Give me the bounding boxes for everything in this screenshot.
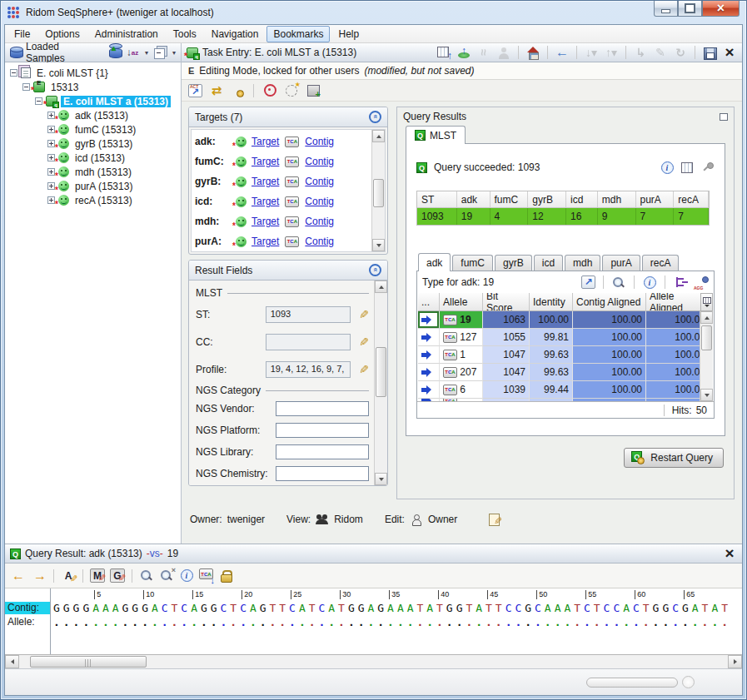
menu-help[interactable]: Help <box>331 26 366 42</box>
zoom-off-icon[interactable]: × <box>159 568 174 583</box>
expand-icon[interactable] <box>47 182 55 190</box>
target-link[interactable]: Target <box>251 196 279 207</box>
st-column-header[interactable]: fumC <box>491 191 529 208</box>
close-button[interactable] <box>702 1 740 17</box>
expand-icon[interactable] <box>47 126 55 133</box>
resubmit-icon[interactable] <box>209 83 224 97</box>
scroll-up-icon[interactable] <box>375 280 387 293</box>
st-column-header[interactable]: mdh <box>598 191 636 208</box>
contig-link[interactable]: Contig <box>305 216 334 227</box>
export-act-icon[interactable] <box>188 84 202 97</box>
add-image-icon[interactable] <box>306 83 321 97</box>
home-icon[interactable] <box>525 46 540 60</box>
sort-caret-icon[interactable]: ▾ <box>145 49 148 57</box>
tree-item[interactable]: *qE. coli MLST a (15313) <box>5 94 181 108</box>
gene-tab-mdh[interactable]: mdh <box>565 255 600 271</box>
gene-tab-fumC[interactable]: fumC <box>452 255 493 271</box>
allele-column-header[interactable]: Identity <box>530 293 573 311</box>
contig-link[interactable]: Contig <box>305 136 334 147</box>
close-icon[interactable] <box>722 46 737 60</box>
edit-pencil-icon[interactable]: ✎ <box>359 363 369 376</box>
tree-item[interactable]: *15313 <box>5 80 181 94</box>
branch-icon[interactable] <box>673 276 688 290</box>
allele-row[interactable]: TCA 207104799.63100.00100.00 <box>418 364 713 381</box>
expand-icon[interactable] <box>47 112 55 119</box>
gene-tab-purA[interactable]: purA <box>602 255 640 271</box>
gene-tab-gyrB[interactable]: gyrB <box>495 255 532 271</box>
target-link[interactable]: Target <box>251 216 279 227</box>
table-view-icon[interactable] <box>681 162 693 173</box>
target-scan-icon[interactable] <box>262 83 277 97</box>
tree-item[interactable]: *purA (15313) <box>5 179 181 193</box>
st-column-header[interactable]: ST <box>417 191 457 208</box>
st-column-header[interactable]: icd <box>566 191 598 208</box>
menu-file[interactable]: File <box>7 26 37 42</box>
tree-item[interactable]: *gyrB (15313) <box>5 137 181 151</box>
allele-row[interactable]: TCA 1104799.63100.00100.00 <box>418 346 713 364</box>
menu-options[interactable]: Options <box>38 26 86 42</box>
target-link[interactable]: Target <box>251 176 279 187</box>
minimize-button[interactable] <box>654 1 678 17</box>
allele-row[interactable]: TCA 191063100.00100.00100.00 <box>418 311 713 329</box>
gene-tab-icd[interactable]: icd <box>534 255 563 271</box>
allele-column-header[interactable]: Contig Aligned <box>573 293 646 311</box>
field-value-box[interactable] <box>266 334 351 350</box>
st-column-header[interactable]: gyrB <box>528 191 566 208</box>
sort-az-icon[interactable] <box>125 46 140 60</box>
target-link[interactable]: Target <box>251 136 279 147</box>
gene-tab-recA[interactable]: recA <box>642 255 680 271</box>
target-link[interactable]: Target <box>251 156 279 167</box>
alignment-hscrollbar[interactable] <box>5 654 742 668</box>
tree-item[interactable]: *recA (15313) <box>5 193 181 207</box>
allele-column-header[interactable]: Allele <box>440 293 483 311</box>
collapse-targets-icon[interactable] <box>369 111 381 123</box>
expand-icon[interactable] <box>47 154 55 161</box>
pin-icon[interactable] <box>700 161 715 175</box>
export-icon[interactable] <box>581 276 595 289</box>
zoom-icon[interactable] <box>139 568 154 583</box>
query-settings-icon[interactable] <box>231 84 245 97</box>
back-icon[interactable] <box>555 46 570 60</box>
collapse-caret-icon[interactable]: ▾ <box>172 49 176 57</box>
targets-scrollbar[interactable] <box>371 130 385 251</box>
expand-icon[interactable] <box>47 168 55 176</box>
contig-link[interactable]: Contig <box>305 236 334 247</box>
info-icon[interactable] <box>642 276 657 290</box>
menu-administration[interactable]: Administration <box>88 26 165 42</box>
mutation-icon[interactable] <box>90 568 105 583</box>
allele-column-header[interactable]: ... <box>418 293 440 311</box>
field-input[interactable] <box>276 401 369 416</box>
edit-pencil-icon[interactable]: ✎ <box>359 335 369 349</box>
upload-samples-icon[interactable] <box>109 47 121 58</box>
allele-scrollbar[interactable] <box>700 311 713 401</box>
collapse-all-icon[interactable] <box>152 46 167 60</box>
tree-item[interactable]: *icd (15313) <box>5 151 181 165</box>
recreate-icon[interactable] <box>284 83 299 97</box>
edit-notes-icon[interactable] <box>487 513 500 526</box>
st-column-header[interactable]: purA <box>636 191 675 208</box>
hscroll-thumb[interactable] <box>30 656 147 668</box>
maximize-button[interactable] <box>678 1 702 17</box>
menu-navigation[interactable]: Navigation <box>205 26 266 42</box>
tca-export-icon[interactable]: TCA <box>199 568 214 583</box>
zoom-icon[interactable] <box>611 276 626 290</box>
menu-bookmarks[interactable]: Bookmarks <box>266 26 330 42</box>
info-icon[interactable] <box>179 568 194 583</box>
prev-icon[interactable] <box>12 568 27 583</box>
agg-pin-icon[interactable] <box>694 276 709 290</box>
tree-item[interactable]: *mdh (15313) <box>5 165 181 179</box>
restart-query-button[interactable]: Q Restart Query <box>624 448 724 468</box>
allele-row[interactable]: TCA 6103999.44100.00100.00 <box>418 381 713 399</box>
submit-table-icon[interactable] <box>436 46 451 60</box>
save-icon[interactable] <box>702 46 717 60</box>
st-column-header[interactable]: recA <box>674 191 709 208</box>
next-icon[interactable] <box>32 568 47 583</box>
upload-icon[interactable] <box>456 46 471 60</box>
expand-icon[interactable] <box>47 140 55 147</box>
gene-tab-adk[interactable]: adk <box>418 253 451 271</box>
query-info-icon[interactable] <box>660 161 675 175</box>
tree-item[interactable]: *fumC (15313) <box>5 122 181 137</box>
scroll-up-icon[interactable] <box>372 130 385 142</box>
field-input[interactable] <box>276 444 369 459</box>
collapse-icon[interactable] <box>10 69 17 77</box>
